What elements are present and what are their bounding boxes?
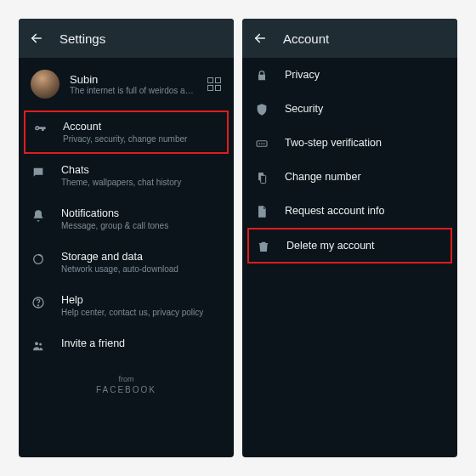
key-icon bbox=[32, 121, 48, 136]
menu-item-help[interactable]: Help Help center, contact us, privacy po… bbox=[19, 284, 234, 327]
svg-point-2 bbox=[37, 305, 38, 306]
svg-rect-10 bbox=[261, 175, 266, 183]
profile-name: Subin bbox=[70, 73, 196, 86]
menu-item-chats[interactable]: Chats Theme, wallpapers, chat history bbox=[19, 154, 234, 197]
chat-icon bbox=[31, 164, 46, 179]
back-arrow-icon[interactable] bbox=[252, 31, 268, 46]
back-arrow-icon[interactable] bbox=[29, 31, 44, 46]
help-icon bbox=[31, 294, 46, 309]
menu-sub: Message, group & call tones bbox=[61, 221, 222, 230]
menu-label: Change number bbox=[285, 171, 445, 183]
qr-code-icon[interactable] bbox=[207, 76, 222, 92]
menu-item-request-info[interactable]: Request account info bbox=[242, 194, 457, 228]
menu-item-account[interactable]: Account Privacy, security, change number bbox=[24, 110, 229, 154]
footer: from FACEBOOK bbox=[19, 375, 234, 394]
profile-status: The internet is full of weirdos and nerd… bbox=[70, 86, 196, 95]
svg-point-6 bbox=[258, 143, 260, 144]
pin-dots-icon bbox=[254, 135, 269, 150]
settings-menu: Account Privacy, security, change number… bbox=[19, 110, 234, 394]
menu-label: Two-step verification bbox=[285, 137, 445, 149]
account-screen: Account Privacy Security Two-step verifi… bbox=[242, 19, 457, 457]
document-icon bbox=[254, 203, 269, 218]
menu-label: Chats bbox=[61, 164, 222, 176]
menu-item-invite[interactable]: Invite a friend bbox=[19, 327, 234, 363]
lock-icon bbox=[254, 67, 269, 82]
svg-point-7 bbox=[261, 143, 263, 144]
settings-header: Settings bbox=[19, 19, 234, 58]
data-usage-icon bbox=[31, 251, 46, 266]
sim-swap-icon bbox=[254, 169, 269, 184]
menu-item-security[interactable]: Security bbox=[242, 92, 457, 126]
menu-item-storage[interactable]: Storage and data Network usage, auto-dow… bbox=[19, 241, 234, 284]
profile-text: Subin The internet is full of weirdos an… bbox=[70, 73, 196, 95]
menu-label: Account bbox=[63, 121, 220, 133]
footer-brand: FACEBOOK bbox=[19, 385, 234, 394]
menu-label: Delete my account bbox=[286, 240, 444, 252]
trash-icon bbox=[256, 238, 271, 253]
bell-icon bbox=[31, 207, 46, 223]
menu-label: Notifications bbox=[61, 207, 222, 219]
account-header: Account bbox=[242, 19, 457, 58]
shield-icon bbox=[254, 101, 269, 116]
menu-label: Request account info bbox=[285, 205, 445, 217]
menu-item-delete-account[interactable]: Delete my account bbox=[247, 228, 452, 264]
avatar bbox=[31, 70, 60, 99]
svg-point-3 bbox=[35, 342, 38, 345]
svg-point-8 bbox=[264, 143, 265, 144]
menu-sub: Network usage, auto-download bbox=[61, 264, 222, 274]
menu-item-notifications[interactable]: Notifications Message, group & call tone… bbox=[19, 197, 234, 241]
menu-label: Privacy bbox=[285, 69, 445, 81]
menu-label: Storage and data bbox=[61, 251, 222, 263]
settings-title: Settings bbox=[60, 31, 105, 46]
account-menu: Privacy Security Two-step verification C… bbox=[242, 58, 457, 264]
menu-sub: Privacy, security, change number bbox=[63, 134, 220, 144]
people-icon bbox=[31, 337, 46, 353]
menu-item-two-step[interactable]: Two-step verification bbox=[242, 126, 457, 160]
menu-label: Help bbox=[61, 294, 222, 306]
menu-sub: Theme, wallpapers, chat history bbox=[61, 178, 222, 187]
settings-screen: Settings Subin The internet is full of w… bbox=[19, 19, 234, 457]
svg-point-4 bbox=[39, 343, 42, 345]
menu-item-privacy[interactable]: Privacy bbox=[242, 58, 457, 92]
menu-item-change-number[interactable]: Change number bbox=[242, 160, 457, 194]
menu-label: Security bbox=[285, 103, 445, 115]
account-title: Account bbox=[283, 31, 329, 46]
menu-label: Invite a friend bbox=[61, 337, 222, 349]
profile-row[interactable]: Subin The internet is full of weirdos an… bbox=[19, 58, 234, 110]
footer-from: from bbox=[19, 375, 234, 383]
menu-sub: Help center, contact us, privacy policy bbox=[61, 308, 222, 317]
